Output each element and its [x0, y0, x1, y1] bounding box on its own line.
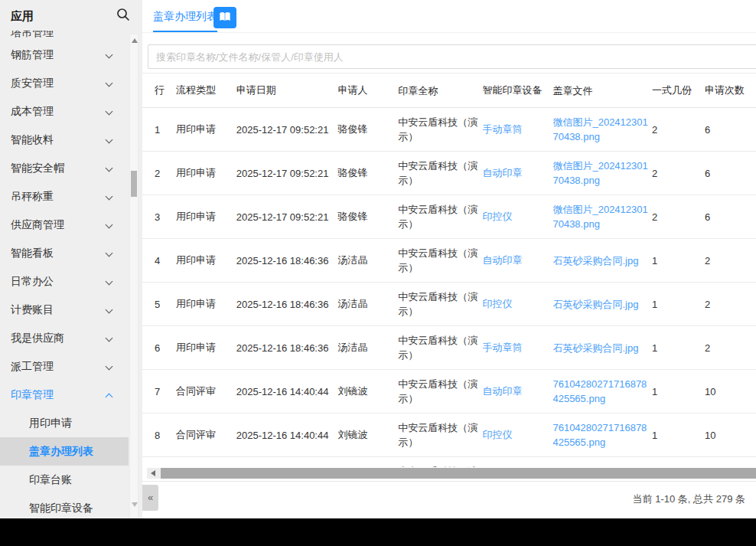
file-link[interactable]: 微信图片_20241230170438.png [552, 116, 647, 142]
sidebar-item-label: 成本管理 [11, 97, 54, 126]
cell-applicant: 骆俊锋 [337, 152, 398, 195]
chevron-down-icon [106, 108, 113, 116]
cell-seal: 中安云盾科技（演示） [398, 195, 482, 239]
cell-count: 2 [705, 326, 756, 370]
horizontal-scrollbar[interactable] [147, 468, 756, 479]
chevron-down-icon [106, 250, 113, 257]
sidebar-item-智能印章设备[interactable]: 智能印章设备 [0, 494, 129, 518]
sidebar-item-我是供应商[interactable]: 我是供应商 [0, 324, 129, 352]
table-row: 7合同评审2025-12-16 14:40:44刘镜波中安云盾科技（演示）自动印… [142, 370, 756, 414]
sidebar-item-日常办公[interactable]: 日常办公 [0, 267, 129, 296]
cell-row: 6 [142, 326, 176, 370]
file-link[interactable]: 微信图片_20241230170438.png [552, 204, 647, 230]
cell-file: 微信图片_20241230170438.png [552, 152, 652, 195]
open-book-icon [219, 11, 231, 25]
table-header-row: 行流程类型申请日期申请人印章全称智能印章设备盖章文件一式几份申请次数 [142, 74, 756, 108]
cell-seal: 中安云盾科技（演示） [398, 457, 482, 468]
sidebar-item-label: 智能安全帽 [11, 154, 64, 182]
sidebar-item-印章管理[interactable]: 印章管理 [0, 381, 129, 409]
device-link[interactable]: 自动印章 [482, 167, 522, 178]
cell-copies: 1 [652, 239, 705, 283]
cell-count: 10 [705, 370, 756, 414]
file-link[interactable]: 石英砂采购合同.jpg [552, 342, 638, 354]
column-header-count: 申请次数 [705, 74, 756, 108]
cell-copies: 2 [652, 108, 705, 152]
sidebar-item-label: 盖章办理列表 [29, 437, 93, 466]
cell-device: 自动印章 [482, 370, 552, 414]
sidebar-item-智能收料[interactable]: 智能收料 [0, 126, 129, 154]
device-link[interactable]: 印控仪 [482, 298, 512, 309]
scroll-up-icon[interactable] [132, 38, 138, 43]
sidebar-item-塔吊管理[interactable]: 塔吊管理 [0, 31, 129, 41]
file-link[interactable]: 石英砂采购合同.jpg [552, 255, 638, 266]
device-link[interactable]: 自动印章 [482, 385, 522, 397]
sidebar-item-质安管理[interactable]: 质安管理 [0, 69, 129, 97]
cell-copies: 1 [652, 283, 705, 326]
file-link[interactable]: 石英砂采购合同.jpg [552, 299, 638, 310]
cell-row: 8 [142, 414, 176, 457]
sidebar-item-印章台账[interactable]: 印章台账 [0, 466, 129, 494]
sidebar-scroll-thumb[interactable] [131, 171, 137, 197]
pagination-summary: 当前 1-10 条, 总共 279 条 [633, 492, 745, 506]
sidebar-item-供应商管理[interactable]: 供应商管理 [0, 211, 129, 239]
cell-date: 2025-12-17 09:52:21 [236, 108, 338, 152]
cell-count [705, 457, 756, 468]
tab-stamp-processing-list[interactable]: 盖章办理列表 [153, 10, 217, 24]
sidebar-item-智能看板[interactable]: 智能看板 [0, 239, 129, 267]
chevron-up-icon [106, 394, 113, 401]
cell-count: 6 [705, 195, 756, 239]
sidebar-item-钢筋管理[interactable]: 钢筋管理 [0, 41, 129, 69]
table-row: 中安云盾科技（演示） [142, 457, 756, 468]
file-link[interactable]: 76104280271716878425565.png [552, 422, 647, 448]
table-row: 1用印申请2025-12-17 09:52:21骆俊锋中安云盾科技（演示）手动章… [142, 108, 756, 152]
stamp-table: 行流程类型申请日期申请人印章全称智能印章设备盖章文件一式几份申请次数 1用印申请… [142, 73, 756, 467]
cell-seal: 中安云盾科技（演示） [398, 370, 482, 414]
device-link[interactable]: 自动印章 [482, 254, 522, 266]
chevron-down-icon [106, 193, 113, 201]
device-link[interactable]: 印控仪 [482, 211, 512, 222]
sidebar-item-盖章办理列表[interactable]: 盖章办理列表 [0, 437, 129, 466]
cell-row: 1 [142, 108, 176, 152]
chevron-down-icon [106, 165, 113, 172]
tab-active-underline [153, 31, 217, 32]
sidebar-item-成本管理[interactable]: 成本管理 [0, 97, 129, 126]
search-input[interactable] [148, 44, 756, 69]
cell-count: 6 [705, 152, 756, 195]
sidebar-item-label: 印章台账 [29, 466, 72, 494]
sidebar-item-计费账目[interactable]: 计费账目 [0, 296, 129, 324]
file-link[interactable]: 76104280271716878425565.png [552, 378, 647, 404]
sidebar-item-派工管理[interactable]: 派工管理 [0, 352, 129, 381]
chevron-down-icon [106, 51, 113, 59]
cell-date [236, 457, 338, 468]
sidebar-item-用印申请[interactable]: 用印申请 [0, 409, 129, 437]
cell-device: 印控仪 [482, 283, 552, 326]
search-bar [148, 44, 756, 69]
sidebar-item-吊秤称重[interactable]: 吊秤称重 [0, 182, 129, 211]
sidebar-scrollbar[interactable] [129, 34, 138, 518]
sidebar-item-label: 派工管理 [11, 352, 54, 381]
app-title: 应用 [11, 9, 34, 22]
device-link[interactable]: 印控仪 [482, 429, 512, 440]
cell-type: 用印申请 [176, 283, 236, 326]
bottom-black-bar [0, 518, 756, 546]
scroll-down-icon[interactable] [132, 502, 138, 507]
device-link[interactable]: 手动章筒 [482, 123, 522, 135]
cell-applicant: 汤洁晶 [337, 326, 398, 370]
scroll-left-icon[interactable] [147, 468, 161, 479]
cell-seal: 中安云盾科技（演示） [398, 283, 482, 326]
cell-file: 76104280271716878425565.png [552, 370, 652, 414]
cell-type: 用印申请 [176, 239, 236, 283]
column-header-copies: 一式几份 [652, 74, 705, 108]
manual-book-button[interactable] [213, 7, 236, 28]
sidebar-item-智能安全帽[interactable]: 智能安全帽 [0, 154, 129, 182]
sidebar-item-label: 智能印章设备 [29, 494, 93, 518]
table-container: 行流程类型申请日期申请人印章全称智能印章设备盖章文件一式几份申请次数 1用印申请… [142, 73, 756, 467]
horizontal-scroll-thumb[interactable] [161, 468, 756, 479]
sidebar-collapse-button[interactable]: « [142, 485, 158, 511]
cell-row [142, 457, 176, 468]
file-link[interactable]: 微信图片_20241230170438.png [552, 160, 647, 186]
sidebar-item-label: 智能看板 [11, 239, 54, 267]
device-link[interactable]: 手动章筒 [482, 342, 522, 353]
search-icon[interactable] [116, 8, 130, 21]
cell-file: 微信图片_20241230170438.png [552, 108, 652, 152]
